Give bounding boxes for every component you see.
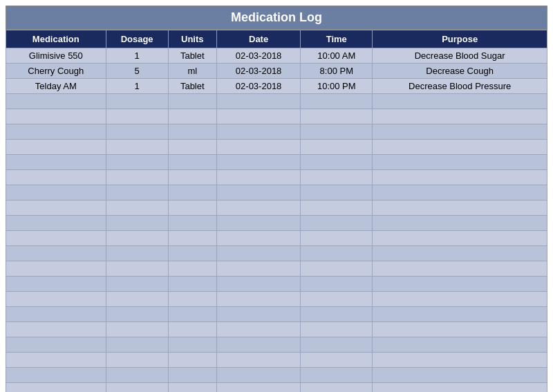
col-header-date: Date: [216, 30, 300, 48]
table-row-empty: [6, 246, 547, 261]
table-row-empty: [6, 322, 547, 337]
table-row-empty: [6, 307, 547, 322]
table-body: Glimisive 5501Tablet02-03-201810:00 AMDe…: [6, 48, 547, 393]
table-row-empty: [6, 140, 547, 155]
table-row-empty: [6, 170, 547, 185]
table-header-row: Medication Dosage Units Date Time Purpos…: [6, 30, 547, 48]
table-row-empty: [6, 261, 547, 277]
table-row-empty: [6, 124, 547, 140]
medication-log-container: Medication Log Medication Dosage Units D…: [0, 0, 553, 392]
table-row-empty: [6, 155, 547, 170]
table-row-empty: [6, 109, 547, 124]
table-row-empty: [6, 94, 547, 109]
col-header-purpose: Purpose: [373, 30, 547, 48]
table-row-empty: [6, 337, 547, 353]
table-row-empty: [6, 353, 547, 368]
medication-table: Medication Dosage Units Date Time Purpos…: [6, 30, 547, 392]
col-header-dosage: Dosage: [106, 30, 168, 48]
table-row: Telday AM1Tablet02-03-201810:00 PMDecrea…: [6, 79, 547, 94]
col-header-units: Units: [168, 30, 216, 48]
col-header-medication: Medication: [6, 30, 106, 48]
table-row: Glimisive 5501Tablet02-03-201810:00 AMDe…: [6, 48, 547, 64]
table-row-empty: [6, 185, 547, 200]
table-row-empty: [6, 200, 547, 216]
table-row-empty: [6, 277, 547, 292]
col-header-time: Time: [301, 30, 373, 48]
table-row: Cherry Cough5ml02-03-20188:00 PMDecrease…: [6, 64, 547, 79]
table-row-empty: [6, 368, 547, 383]
table-row-empty: [6, 383, 547, 393]
log-title: Medication Log: [6, 6, 547, 30]
table-row-empty: [6, 292, 547, 307]
table-row-empty: [6, 231, 547, 246]
table-row-empty: [6, 216, 547, 231]
